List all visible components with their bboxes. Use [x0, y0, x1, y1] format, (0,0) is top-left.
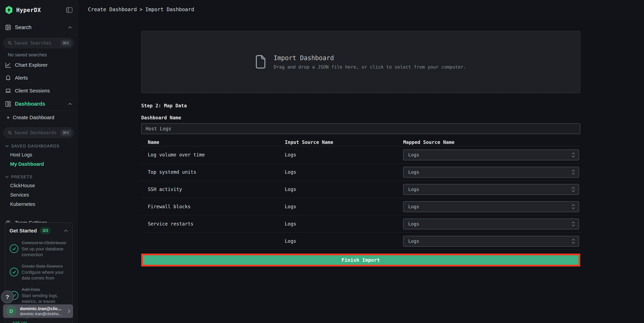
- table-row: Service restarts Logs Logs: [141, 215, 580, 233]
- mapped-source-select[interactable]: Logs: [403, 236, 579, 247]
- avatar: D: [6, 306, 16, 316]
- breadcrumb: Create Dashboard > Import Dashboard: [88, 7, 194, 12]
- get-started-item-title: Add Data: [22, 287, 68, 292]
- check-circle-icon: [10, 267, 18, 277]
- mapped-source-select[interactable]: Logs: [403, 184, 579, 195]
- search-section-icon: [5, 24, 11, 31]
- collapse-sidebar-icon[interactable]: [66, 7, 72, 13]
- sidebar-item-clickhouse[interactable]: ClickHouse: [0, 181, 77, 190]
- search-icon: [8, 131, 12, 135]
- mapped-source-value: Logs: [408, 187, 572, 192]
- step-title: Step 2: Map Data: [141, 103, 580, 109]
- get-started-item-title: Create Data Sources: [22, 263, 68, 269]
- table-header-row: Name Input Source Name Mapped Source Nam…: [141, 134, 580, 146]
- row-input-source: Logs: [285, 169, 403, 175]
- sidebar-item-kubernetes[interactable]: Kubernetes: [0, 200, 77, 209]
- mapped-source-value: Logs: [408, 238, 572, 244]
- sidebar-item-chart-explorer-label: Chart Explorer: [15, 62, 72, 68]
- breadcrumb-separator: >: [140, 7, 142, 12]
- setup-complete-banner-line2: set up: [12, 319, 58, 323]
- mapped-source-value: Logs: [408, 152, 572, 157]
- brand-title: HyperDX: [16, 7, 63, 13]
- row-name: Service restarts: [141, 221, 285, 227]
- saved-dashboards-search[interactable]: ⌘K: [4, 127, 74, 138]
- row-input-source: Logs: [285, 152, 403, 158]
- sidebar-item-host-logs[interactable]: Host Logs: [0, 150, 77, 159]
- row-input-source: Logs: [285, 221, 403, 227]
- saved-searches-search[interactable]: ⌘K: [4, 38, 74, 48]
- row-name: Log volume over time: [141, 152, 285, 158]
- sidebar-item-alerts[interactable]: Alerts: [0, 72, 77, 84]
- get-started-progress-badge: 3/3: [40, 227, 51, 234]
- logo-row: HyperDX: [0, 0, 77, 21]
- dashboards-icon: [5, 101, 11, 107]
- row-input-source: Logs: [285, 204, 403, 209]
- no-saved-searches-note: No saved searches: [8, 52, 77, 58]
- sidebar-item-alerts-label: Alerts: [15, 75, 72, 81]
- mapped-source-select[interactable]: Logs: [403, 149, 579, 160]
- get-started-item-desc: Set up your database connection: [22, 246, 68, 257]
- chevron-right-icon: [68, 309, 70, 313]
- get-started-item-sources[interactable]: Create Data Sources Configure where your…: [10, 263, 68, 281]
- dropzone-subtitle: Drag and drop a JSON file here, or click…: [274, 64, 466, 70]
- select-chevrons-icon: [572, 187, 575, 192]
- finish-import-button[interactable]: Finish Import: [143, 255, 578, 265]
- column-header-mapped-source: Mapped Source Name: [403, 140, 580, 145]
- saved-searches-input[interactable]: [14, 41, 58, 46]
- row-name: Top systemd units: [141, 169, 285, 175]
- chevron-down-icon: [5, 176, 9, 178]
- presets-group-label: PRESETS: [11, 175, 32, 179]
- get-started-item-title: Connect to ClickHouse: [22, 240, 68, 246]
- get-started-item-add-data[interactable]: Add Data Start sending logs, metrics, or…: [10, 287, 68, 304]
- sidebar-item-my-dashboard[interactable]: My Dashboard: [0, 159, 77, 169]
- breadcrumb-create-dashboard[interactable]: Create Dashboard: [88, 7, 137, 12]
- mapped-source-select[interactable]: Logs: [403, 167, 579, 178]
- sidebar-section-search[interactable]: Search: [0, 21, 77, 34]
- top-bar: Create Dashboard > Import Dashboard: [78, 0, 644, 19]
- select-chevrons-icon: [572, 204, 575, 210]
- chevron-up-icon: [68, 103, 72, 105]
- sidebar-section-dashboards[interactable]: Dashboards: [0, 97, 77, 111]
- table-row: Top systemd units Logs Logs: [141, 164, 580, 181]
- table-row: Firewall blocks Logs Logs: [141, 198, 580, 215]
- get-started-header[interactable]: Get Started 3/3: [10, 227, 68, 234]
- user-display-name: dominic.tran@clic...: [20, 306, 64, 311]
- sidebar-item-chart-explorer[interactable]: Chart Explorer: [0, 59, 77, 72]
- mapped-source-select[interactable]: Logs: [403, 201, 579, 212]
- sidebar-item-dashboards-label: Dashboards: [15, 101, 64, 107]
- mapped-source-value: Logs: [408, 204, 572, 209]
- presets-group-toggle[interactable]: PRESETS: [5, 175, 77, 179]
- finish-import-annotation-highlight: Finish Import: [141, 254, 580, 266]
- user-email: dominic.tran@clickho...: [20, 311, 64, 316]
- shortcut-badge: ⌘K: [60, 130, 71, 136]
- select-chevrons-icon: [572, 152, 575, 158]
- breadcrumb-import-dashboard: Import Dashboard: [145, 7, 194, 12]
- shortcut-badge: ⌘K: [60, 40, 71, 46]
- saved-dashboards-input[interactable]: [14, 130, 58, 135]
- chevron-up-icon: [68, 26, 72, 29]
- saved-dashboards-group-toggle[interactable]: SAVED DASHBOARDS: [5, 144, 77, 148]
- select-chevrons-icon: [572, 238, 575, 244]
- get-started-item-connect[interactable]: Connect to ClickHouse Set up your databa…: [10, 240, 68, 257]
- column-header-name: Name: [141, 140, 285, 145]
- row-input-source: Logs: [285, 238, 403, 244]
- table-row: Log volume over time Logs Logs: [141, 146, 580, 164]
- mapped-source-value: Logs: [408, 221, 572, 226]
- create-dashboard-button[interactable]: + Create Dashboard: [0, 111, 77, 124]
- get-started-item-desc: Start sending logs, metrics, or traces: [22, 293, 68, 304]
- mapped-source-select[interactable]: Logs: [403, 219, 579, 229]
- chevron-down-icon: [5, 145, 9, 147]
- row-name: SSH activity: [141, 187, 285, 192]
- row-input-source: Logs: [285, 187, 403, 192]
- sidebar-item-search-label: Search: [15, 24, 64, 31]
- sidebar-item-services[interactable]: Services: [0, 190, 77, 200]
- dashboard-name-input[interactable]: [141, 123, 580, 134]
- import-dropzone[interactable]: Import Dashboard Drag and drop a JSON fi…: [141, 31, 580, 93]
- hyperdx-logo-icon: [5, 6, 13, 14]
- user-account-chip[interactable]: D dominic.tran@clic... dominic.tran@clic…: [3, 304, 73, 318]
- file-icon: [255, 55, 266, 69]
- help-button[interactable]: ?: [1, 290, 14, 303]
- select-chevrons-icon: [572, 169, 575, 175]
- dashboard-name-label: Dashboard Name: [141, 115, 580, 121]
- sidebar-item-client-sessions[interactable]: Client Sessions: [0, 84, 77, 97]
